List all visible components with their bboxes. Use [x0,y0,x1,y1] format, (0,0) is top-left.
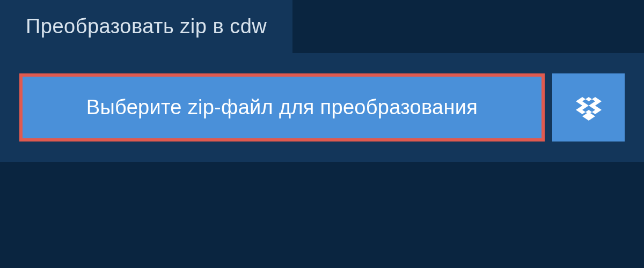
tab-title: Преобразовать zip в cdw [26,15,267,38]
upload-button-row: Выберите zip-файл для преобразования [19,73,625,142]
upload-panel: Выберите zip-файл для преобразования [0,53,644,162]
dropbox-icon [576,95,602,121]
file-select-button[interactable]: Выберите zip-файл для преобразования [19,73,545,142]
file-select-label: Выберите zip-файл для преобразования [86,96,478,119]
dropbox-button[interactable] [552,73,625,142]
tab-convert[interactable]: Преобразовать zip в cdw [0,0,292,53]
